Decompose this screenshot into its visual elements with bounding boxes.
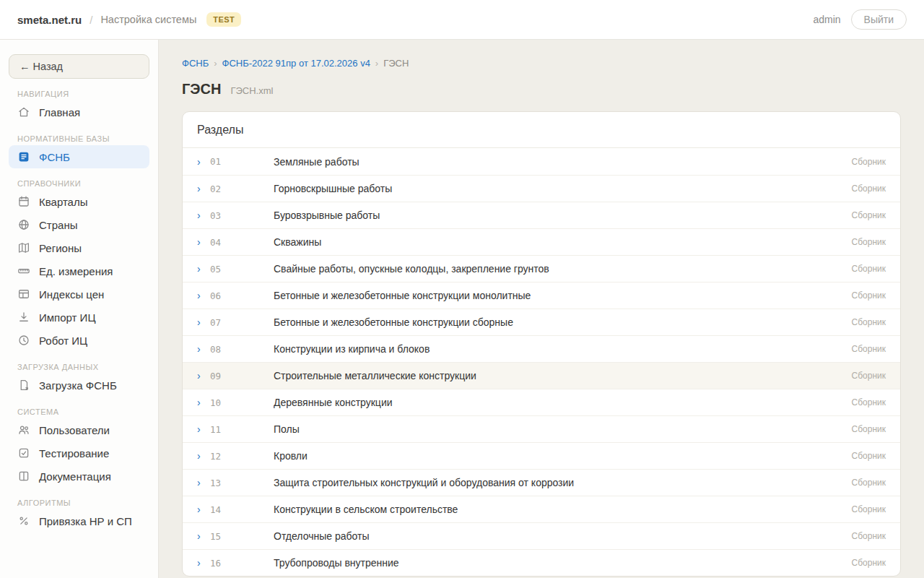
section-code: 14 — [210, 504, 274, 515]
sidebar-item-label: Документация — [39, 470, 111, 483]
section-row[interactable]: ›05Свайные работы, опускные колодцы, зак… — [183, 255, 900, 282]
sidebar-item[interactable]: Привязка НР и СП — [9, 509, 149, 532]
brand-link[interactable]: smeta.net.ru — [17, 14, 82, 26]
section-row[interactable]: ›09Строительные металлические конструкци… — [183, 362, 900, 389]
sidebar-item[interactable]: Страны — [9, 213, 149, 236]
expand-chevron-icon[interactable]: › — [197, 531, 206, 541]
section-row[interactable]: ›14Конструкции в сельском строительствеС… — [183, 496, 900, 522]
map-icon — [17, 241, 30, 254]
sidebar-item-label: Кварталы — [39, 196, 87, 208]
expand-chevron-icon[interactable]: › — [197, 451, 206, 461]
logout-button[interactable]: Выйти — [851, 9, 907, 30]
sidebar-item-label: Главная — [39, 106, 80, 118]
sidebar-item-label: Импорт ИЦ — [39, 311, 96, 324]
section-title: Буровзрывные работы — [274, 210, 852, 221]
expand-chevron-icon[interactable]: › — [197, 317, 206, 327]
expand-chevron-icon[interactable]: › — [197, 184, 206, 194]
sidebar-item[interactable]: Робот ИЦ — [9, 329, 149, 352]
section-title: Скважины — [274, 236, 852, 248]
top-bar: smeta.net.ru / Настройка системы TEST ad… — [0, 0, 924, 40]
section-row[interactable]: ›08Конструкции из кирпича и блоковСборни… — [183, 335, 900, 362]
sidebar-item[interactable]: Регионы — [9, 236, 149, 259]
section-type-badge: Сборник — [852, 531, 886, 541]
sections-card-header: Разделы — [183, 112, 900, 148]
sidebar-item-label: Страны — [39, 219, 77, 231]
section-row[interactable]: ›13Защита строительных конструкций и обо… — [183, 469, 900, 496]
breadcrumb-separator-icon: › — [214, 58, 217, 69]
sections-card: Разделы ›01Земляные работыСборник›02Горн… — [182, 111, 901, 577]
section-code: 15 — [210, 531, 274, 542]
section-row[interactable]: ›07Бетонные и железобетонные конструкции… — [183, 309, 900, 335]
sidebar-item[interactable]: Ед. измерения — [9, 259, 149, 282]
expand-chevron-icon[interactable]: › — [197, 157, 206, 167]
sidebar-item[interactable]: Индексы цен — [9, 282, 149, 306]
section-row[interactable]: ›06Бетонные и железобетонные конструкции… — [183, 282, 900, 309]
expand-chevron-icon[interactable]: › — [197, 290, 206, 301]
section-title: Деревянные конструкции — [274, 397, 852, 408]
sidebar-item[interactable]: Документация — [9, 465, 149, 488]
clock-icon — [17, 334, 30, 347]
section-type-badge: Сборник — [852, 317, 886, 327]
sidebar-item-label: ФСНБ — [39, 151, 70, 163]
sections-list: ›01Земляные работыСборник›02Горновскрышн… — [183, 148, 900, 576]
section-type-badge: Сборник — [852, 344, 886, 354]
breadcrumb-link[interactable]: ФСНБ-2022 91пр от 17.02.2026 v4 — [222, 58, 370, 69]
sidebar-item-label: Тестирование — [39, 447, 109, 460]
expand-chevron-icon[interactable]: › — [197, 264, 206, 274]
section-code: 16 — [210, 558, 274, 569]
page-subtitle-filename: ГЭСН.xml — [230, 85, 273, 96]
sidebar-item[interactable]: Кварталы — [9, 190, 149, 213]
page-title-row: ГЭСН ГЭСН.xml — [182, 81, 901, 98]
section-type-badge: Сборник — [852, 290, 886, 301]
section-code: 07 — [210, 317, 274, 328]
sidebar-group-label: СПРАВОЧНИКИ — [17, 179, 141, 188]
section-row[interactable]: ›16Трубопроводы внутренниеСборник — [183, 549, 900, 576]
breadcrumb-link[interactable]: ФСНБ — [182, 58, 209, 69]
expand-chevron-icon[interactable]: › — [197, 504, 206, 514]
columns-icon — [17, 470, 30, 483]
sidebar-nav: НАВИГАЦИЯГлавнаяНОРМАТИВНЫЕ БАЗЫФСНБСПРА… — [9, 90, 149, 532]
download-icon — [17, 311, 30, 324]
expand-chevron-icon[interactable]: › — [197, 371, 206, 381]
section-type-badge: Сборник — [852, 184, 886, 194]
section-row[interactable]: ›02Горновскрышные работыСборник — [183, 175, 900, 202]
section-title: Строительные металлические конструкции — [274, 370, 852, 381]
section-row[interactable]: ›11ПолыСборник — [183, 415, 900, 442]
expand-chevron-icon[interactable]: › — [197, 210, 206, 220]
sidebar: ← Назад НАВИГАЦИЯГлавнаяНОРМАТИВНЫЕ БАЗЫ… — [0, 40, 159, 578]
sidebar-item-label: Ед. измерения — [39, 265, 113, 277]
expand-chevron-icon[interactable]: › — [197, 424, 206, 434]
sidebar-item[interactable]: ФСНБ — [9, 145, 149, 168]
calendar-icon — [17, 195, 30, 208]
sidebar-item[interactable]: Главная — [9, 100, 149, 124]
section-type-badge: Сборник — [852, 451, 886, 461]
header-user-area: admin Выйти — [813, 9, 907, 30]
main-content: ФСНБ›ФСНБ-2022 91пр от 17.02.2026 v4›ГЭС… — [159, 40, 924, 578]
percent-icon — [17, 514, 30, 527]
section-code: 06 — [210, 290, 274, 301]
section-title: Кровли — [274, 450, 852, 462]
expand-chevron-icon[interactable]: › — [197, 397, 206, 407]
sidebar-item[interactable]: Пользователи — [9, 418, 149, 441]
sidebar-item[interactable]: Загрузка ФСНБ — [9, 374, 149, 397]
section-row[interactable]: ›01Земляные работыСборник — [183, 148, 900, 175]
section-title: Горновскрышные работы — [274, 183, 852, 194]
expand-chevron-icon[interactable]: › — [197, 344, 206, 354]
sidebar-group-label: АЛГОРИТМЫ — [17, 499, 141, 507]
back-button[interactable]: ← Назад — [9, 54, 149, 79]
section-row[interactable]: ›10Деревянные конструкцииСборник — [183, 389, 900, 415]
ruler-icon — [17, 264, 30, 277]
expand-chevron-icon[interactable]: › — [197, 237, 206, 247]
sidebar-item-label: Регионы — [39, 242, 82, 254]
expand-chevron-icon[interactable]: › — [197, 478, 206, 488]
expand-chevron-icon[interactable]: › — [197, 558, 206, 568]
sidebar-item[interactable]: Тестирование — [9, 441, 149, 465]
section-row[interactable]: ›04СкважиныСборник — [183, 228, 900, 255]
section-row[interactable]: ›12КровлиСборник — [183, 442, 900, 469]
section-type-badge: Сборник — [852, 237, 886, 247]
section-row[interactable]: ›15Отделочные работыСборник — [183, 522, 900, 549]
section-row[interactable]: ›03Буровзрывные работыСборник — [183, 202, 900, 228]
header-separator: / — [90, 14, 92, 26]
sidebar-item[interactable]: Импорт ИЦ — [9, 306, 149, 329]
section-title: Защита строительных конструкций и оборуд… — [274, 477, 852, 488]
